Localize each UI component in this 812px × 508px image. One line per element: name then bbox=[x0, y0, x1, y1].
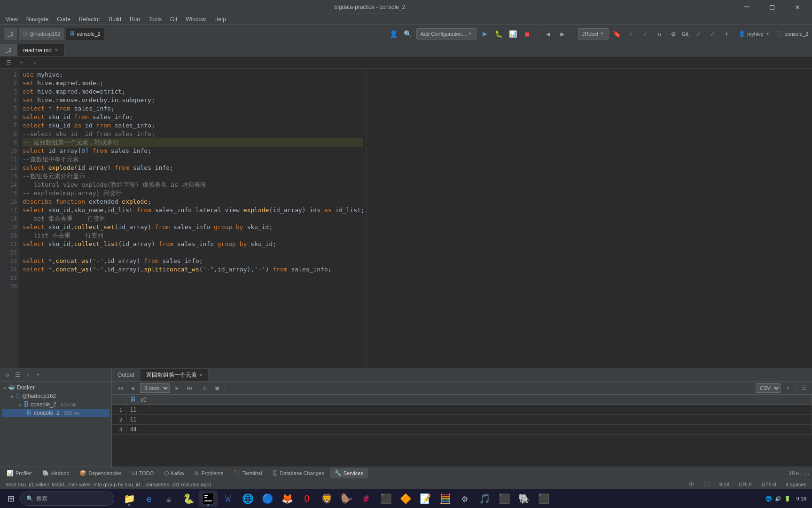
menu-git[interactable]: Git bbox=[166, 15, 181, 24]
download-btn[interactable]: ⬇ bbox=[783, 383, 793, 393]
profile-button[interactable]: 👤 bbox=[388, 28, 399, 40]
minimize-button[interactable]: ─ bbox=[736, 0, 757, 14]
taskbar-app-calc[interactable]: 🧮 bbox=[436, 491, 454, 507]
taskbar-search[interactable]: 🔍 搜索 bbox=[20, 492, 114, 506]
result-tab-close[interactable]: ✕ bbox=[199, 373, 203, 378]
taskbar-app-idea2[interactable]: ⬛ bbox=[534, 491, 553, 507]
export-format-select[interactable]: CSV bbox=[756, 383, 781, 393]
readme-tab-close[interactable]: ✕ bbox=[55, 48, 58, 53]
taskbar-app-chrome[interactable]: 🌐 bbox=[238, 491, 257, 507]
toolbar-tab-hadoop[interactable]: ⬡@hadoop162 bbox=[19, 28, 64, 40]
taskbar-app-ie[interactable]: e bbox=[140, 491, 158, 507]
taskbar-app-vscode[interactable]: ⬛ bbox=[376, 491, 395, 507]
run-with-coverage[interactable]: 📊 bbox=[508, 28, 519, 40]
taskbar-app-word[interactable]: W bbox=[219, 491, 237, 507]
tree-hadoop162[interactable]: ▸ ⬡ @hadoop162 bbox=[2, 392, 109, 400]
toolbar-tab-2[interactable]: _2 bbox=[4, 28, 17, 40]
db-changes-tab[interactable]: 🗄 Database Changes bbox=[268, 468, 329, 478]
tree-add-icon[interactable]: ＋ bbox=[34, 371, 42, 379]
battery-icon[interactable]: 🔋 bbox=[784, 496, 791, 502]
hadoop-tab[interactable]: 🐘 Hadoop bbox=[38, 468, 74, 478]
tree-console2-2[interactable]: 🗄 console_2 515 ms bbox=[2, 409, 109, 417]
stop-button[interactable]: ■ bbox=[522, 28, 533, 40]
menu-view[interactable]: View bbox=[2, 15, 22, 24]
code-content[interactable]: use myhive; set hive.mapred.mode=; set h… bbox=[19, 69, 367, 368]
run-button[interactable]: ▶ bbox=[479, 28, 491, 40]
search-icon-button[interactable]: 🔍 bbox=[402, 28, 414, 40]
taskbar-app-music[interactable]: 🎵 bbox=[475, 491, 494, 507]
status-position[interactable]: 9:18 bbox=[718, 482, 731, 487]
start-button[interactable]: ⊞ bbox=[4, 491, 18, 507]
taskbar-app-python[interactable]: 🐍 bbox=[179, 491, 198, 507]
menu-code[interactable]: Code bbox=[53, 15, 74, 24]
refresh-button[interactable]: ↻ bbox=[654, 28, 665, 40]
check-icon[interactable]: ✓ bbox=[625, 28, 637, 40]
taskbar-app-slack[interactable]: # bbox=[357, 491, 375, 507]
git-update[interactable]: ↑ bbox=[721, 28, 732, 40]
tree-console2-1[interactable]: ▸ 🗄 console_2 515 ms bbox=[2, 400, 109, 409]
git-check1[interactable]: ✓ bbox=[693, 28, 704, 40]
taskbar-app-hadoop[interactable]: 🐘 bbox=[515, 491, 533, 507]
status-indent[interactable]: 4 spaces bbox=[784, 482, 808, 487]
result-tab[interactable]: 返回数组第一个元素 ✕ bbox=[141, 369, 209, 381]
refresh-results-btn[interactable]: ↻ bbox=[200, 383, 210, 393]
close-button[interactable]: ✕ bbox=[787, 0, 808, 14]
taskbar-app-firefox[interactable]: 🦊 bbox=[278, 491, 297, 507]
editor-bar-down[interactable]: ↓ bbox=[30, 58, 39, 67]
dependencies-tab[interactable]: 📦 Dependencies bbox=[75, 468, 126, 478]
prev-page-btn[interactable]: ◀ bbox=[128, 383, 137, 393]
menu-build[interactable]: Build bbox=[105, 15, 125, 24]
next-page-btn[interactable]: ▶ bbox=[172, 383, 182, 393]
taskbar-app-explorer[interactable]: 📁 bbox=[120, 491, 139, 507]
rows-select[interactable]: 3 rows bbox=[140, 383, 170, 393]
status-chinese-icon[interactable]: 中 bbox=[687, 481, 696, 488]
taskbar-app-notepad[interactable]: 📝 bbox=[416, 491, 435, 507]
last-page-btn[interactable]: ⏭ bbox=[185, 383, 194, 393]
editor-tab-2[interactable]: _2 bbox=[0, 44, 17, 56]
taskbar-app-git[interactable]: 🔶 bbox=[396, 491, 415, 507]
todo-tab[interactable]: ☑ TODO bbox=[127, 468, 159, 478]
code-editor[interactable]: 1 2 3 4 5 6 7 8 9 10 11 12 13 14 15 16 1 bbox=[0, 69, 367, 368]
forward-button[interactable]: ▶ bbox=[557, 28, 568, 40]
status-terminal-icon[interactable]: ⬛ bbox=[702, 481, 712, 487]
editor-bar-menu[interactable]: ☰ bbox=[4, 58, 13, 67]
stop-results-btn[interactable]: ■ bbox=[212, 383, 222, 393]
taskbar-app-terminal[interactable]: ⬛ bbox=[495, 491, 514, 507]
editor-tab-readme[interactable]: readme.md ✕ bbox=[17, 44, 64, 56]
add-config-button[interactable]: Add Configuration... ▼ bbox=[416, 28, 476, 40]
network-icon[interactable]: 🌐 bbox=[765, 496, 772, 502]
bookmark-button[interactable]: 🔖 bbox=[611, 28, 623, 40]
editor-bar-back[interactable]: ↩ bbox=[17, 58, 26, 67]
menu-tools[interactable]: Tools bbox=[145, 15, 165, 24]
taskbar-app-java[interactable]: ☕ bbox=[159, 491, 178, 507]
taskbar-app-settings[interactable]: ⚙ bbox=[455, 491, 474, 507]
output-tab[interactable]: Output bbox=[112, 369, 141, 381]
volume-icon[interactable]: 🔊 bbox=[775, 496, 781, 502]
taskbar-app-intellij[interactable] bbox=[199, 491, 218, 507]
status-crlf[interactable]: CRLF bbox=[737, 482, 754, 487]
services-tab[interactable]: 🔧 Services bbox=[330, 468, 368, 478]
taskbar-app-brave[interactable]: 🦁 bbox=[317, 491, 336, 507]
git-check2[interactable]: ✓ bbox=[707, 28, 718, 40]
maximize-button[interactable]: □ bbox=[761, 0, 783, 14]
settings-button[interactable]: ⚙ bbox=[668, 28, 679, 40]
menu-navigate[interactable]: Navigate bbox=[23, 15, 52, 24]
status-message[interactable]: elect sku_id,collect_list(id...rom sales… bbox=[4, 482, 213, 487]
tree-filter-icon[interactable]: ☰ bbox=[13, 371, 22, 379]
taskbar-app-opera[interactable]: O bbox=[297, 491, 316, 507]
terminal-tab[interactable]: ⬛ Terminal bbox=[229, 468, 267, 478]
taskbar-time[interactable]: 9:18 bbox=[795, 496, 808, 501]
menu-refactor[interactable]: Refactor bbox=[75, 15, 104, 24]
menu-help[interactable]: Help bbox=[211, 15, 230, 24]
back-button[interactable]: ◀ bbox=[543, 28, 554, 40]
status-encoding[interactable]: UTF-8 bbox=[760, 482, 778, 487]
menu-run[interactable]: Run bbox=[126, 15, 144, 24]
filter-btn[interactable]: ☰ bbox=[799, 383, 808, 393]
taskbar-app-dbeaver[interactable]: 🦫 bbox=[337, 491, 356, 507]
menu-window[interactable]: Window bbox=[182, 15, 210, 24]
debug-button[interactable]: 🐛 bbox=[493, 28, 505, 40]
toolbar-tab-console2[interactable]: 🗄console_2 bbox=[66, 28, 104, 40]
checkmark2-icon[interactable]: ✓ bbox=[640, 28, 651, 40]
kafka-tab[interactable]: ⬡ Kafka bbox=[159, 468, 188, 478]
taskbar-app-edge[interactable]: 🔵 bbox=[258, 491, 277, 507]
